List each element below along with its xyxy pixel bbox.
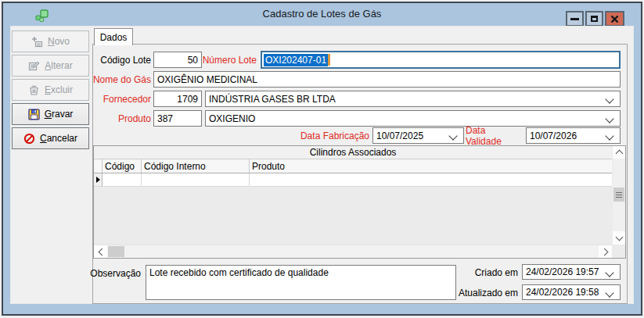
edit-record-icon <box>28 60 40 72</box>
fornecedor-value: INDÚSTRIA GASES BR LTDA <box>209 94 336 105</box>
minimize-button[interactable] <box>566 11 584 27</box>
novo-label: Novo <box>48 36 70 47</box>
cancel-icon <box>23 133 35 145</box>
vertical-scrollbar <box>613 146 625 245</box>
chevron-down-icon[interactable] <box>605 114 613 123</box>
atualizado-em-value: 24/02/2026 19:58 <box>526 287 599 298</box>
scroll-right-button[interactable] <box>599 245 612 258</box>
row-indicator <box>94 173 103 187</box>
data-validade-value: 10/07/2026 <box>530 130 577 141</box>
chevron-down-icon <box>615 233 623 241</box>
maximize-icon <box>591 16 598 22</box>
data-validade-label: Data Validade <box>466 127 522 144</box>
window-title: Cadastro de Lotes de Gás <box>0 8 644 20</box>
produto-value: OXIGENIO <box>209 113 255 124</box>
cell-codigo-interno[interactable] <box>142 173 250 187</box>
nome-gas-field[interactable]: OXIGÊNIO MEDICINAL <box>153 71 621 88</box>
chevron-down-icon[interactable] <box>448 131 457 140</box>
observacao-label: Observação <box>81 265 141 281</box>
close-icon <box>610 15 619 23</box>
scroll-up-button[interactable] <box>613 146 625 159</box>
codigo-lote-label: Código Lote <box>78 52 151 68</box>
thumb-grip-icon <box>616 195 622 195</box>
tab-dados[interactable]: Dados <box>94 28 133 45</box>
row-indicator-icon <box>96 177 100 183</box>
chevron-down-icon[interactable] <box>605 95 613 103</box>
minimize-icon <box>570 18 579 20</box>
cancelar-label: Cancelar <box>40 133 77 144</box>
grid-indicator-header <box>94 159 103 173</box>
produto-combobox[interactable]: OXIGENIO <box>205 110 621 127</box>
novo-button: Novo <box>12 30 89 52</box>
column-header-produto[interactable]: Produto <box>250 159 612 173</box>
gravar-label: Gravar <box>45 109 74 120</box>
new-record-icon <box>31 36 43 48</box>
column-header-codigo[interactable]: Código <box>103 159 142 173</box>
chevron-down-icon[interactable] <box>605 131 613 140</box>
cilindros-grid: Cilindros Associados Código Código Inter… <box>93 145 626 259</box>
produto-label: Produto <box>78 110 151 127</box>
cancelar-button[interactable]: Cancelar <box>12 127 89 149</box>
text-caret <box>328 54 330 66</box>
close-button[interactable] <box>605 11 624 27</box>
horizontal-scrollbar-thumb[interactable] <box>108 246 124 257</box>
data-validade-picker[interactable]: 10/07/2026 <box>526 127 621 144</box>
chevron-right-icon <box>600 248 608 255</box>
data-fabricacao-picker[interactable]: 10/07/2025 <box>372 127 464 144</box>
table-row[interactable] <box>94 173 612 187</box>
nome-gas-label: Nome do Gás <box>78 71 151 88</box>
alterar-label: Alterar <box>45 60 72 71</box>
grid-column-headers: Código Código Interno Produto <box>94 159 612 173</box>
excluir-label: Excluir <box>45 84 73 95</box>
observacao-textarea[interactable]: Lote recebido com certificado de qualida… <box>146 265 456 300</box>
cell-codigo[interactable] <box>103 173 142 187</box>
numero-lote-label: Número Lote <box>186 52 257 68</box>
criado-em-value: 24/02/2026 19:57 <box>526 266 599 277</box>
column-header-codigo-interno[interactable]: Código Interno <box>142 159 250 173</box>
scroll-down-button[interactable] <box>613 231 625 245</box>
app-window: Cadastro de Lotes de Gás Novo Alterar Ex… <box>0 0 644 318</box>
chevron-down-icon[interactable] <box>605 288 613 297</box>
data-fabricacao-label: Data Fabricação <box>288 127 369 144</box>
vertical-scrollbar-thumb[interactable] <box>613 188 624 202</box>
data-fabricacao-value: 10/07/2025 <box>376 130 423 141</box>
save-icon <box>28 109 40 120</box>
numero-lote-field[interactable]: OXI202407-01 <box>261 51 621 69</box>
chevron-left-icon <box>98 248 106 255</box>
chevron-down-icon[interactable] <box>605 268 613 277</box>
cell-produto[interactable] <box>250 173 612 187</box>
delete-record-icon <box>28 84 40 96</box>
horizontal-scrollbar <box>94 245 612 258</box>
scroll-left-button[interactable] <box>94 245 107 258</box>
criado-em-picker[interactable]: 24/02/2026 19:57 <box>522 264 621 280</box>
atualizado-em-label: Atualizado em <box>444 284 518 301</box>
selected-text: OXI202407-01 <box>264 54 328 66</box>
produto-code-field[interactable]: 387 <box>153 110 202 127</box>
fornecedor-label: Fornecedor <box>78 91 151 107</box>
criado-em-label: Criado em <box>452 264 518 280</box>
grid-band-title: Cilindros Associados <box>94 146 612 159</box>
fornecedor-combobox[interactable]: INDÚSTRIA GASES BR LTDA <box>205 91 621 107</box>
atualizado-em-picker[interactable]: 24/02/2026 19:58 <box>522 284 621 300</box>
maximize-button[interactable] <box>585 11 603 27</box>
chevron-up-icon <box>615 150 623 158</box>
fornecedor-code-field[interactable]: 1709 <box>153 91 202 107</box>
